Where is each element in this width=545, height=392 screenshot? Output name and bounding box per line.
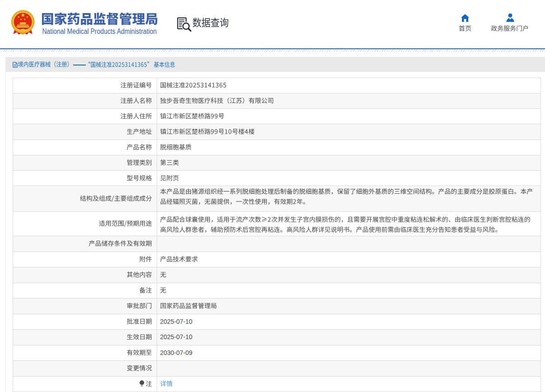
svg-text:National Medical Products Admi: National Medical Products Administration [42,28,157,35]
